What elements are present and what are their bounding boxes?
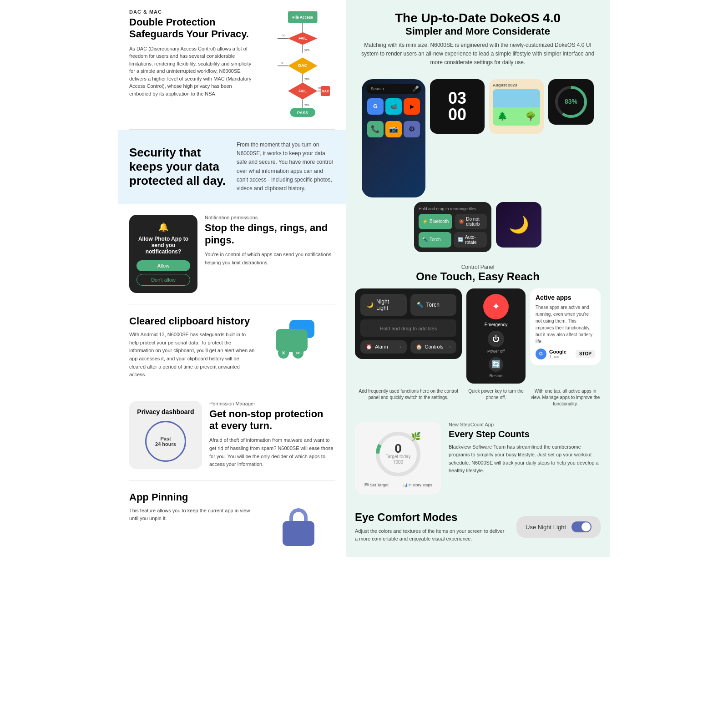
cp-panels-container: 🌙 Night Light 🔦 Torch Hold and drag to a… [355,288,601,384]
dac-flowchart: File Access FAIL no yes DAC n [262,9,335,120]
tree-icon: 🌲 [497,111,507,121]
bluetooth-tile[interactable]: ⚡ Bluetooth [419,214,452,229]
steps-leaf-icon: 🌿 [411,431,421,441]
meet-app-icon[interactable]: 📹 [385,98,402,115]
eye-title: Eye Comfort Modes [355,511,507,524]
eye-desc: Adjust the colors and textures of the it… [355,527,507,543]
svg-text:MAC: MAC [322,89,329,93]
phones-row: Search 🎤 G 📹 ▶ 📞 📷 ⚙ 03 00 [346,75,610,257]
dont-allow-button[interactable]: Don't allow [136,274,190,286]
emergency-label: Emergency [472,322,520,327]
steps-ring-container: 0 Target today 7000 🌿 [373,429,423,479]
emergency-button[interactable]: ✦ [483,294,509,319]
sleep-widget: 🌙 [496,202,541,248]
allow-button[interactable]: Allow [136,260,190,271]
restart-button[interactable]: 🔄 [489,357,503,372]
right-desc: Matching with its mini size, N6000SE is … [360,41,595,67]
alarm-tile[interactable]: ⏰ Alarm › [360,340,407,354]
clipboard-section: Cleared clipboard history With Android 1… [118,304,346,390]
search-mic-icon: 🎤 [412,86,419,92]
phone-apps-row2: 📞 📷 ⚙ [366,119,421,139]
steps-title: Every Step Counts [449,429,601,440]
notif-label: Notification permissions [205,215,335,220]
svg-text:7000: 7000 [393,460,404,465]
cp-bottom-tiles: ⏰ Alarm › 🏠 Controls › [360,340,456,354]
svg-text:PASS: PASS [297,111,308,115]
night-light-tile[interactable]: 🌙 Night Light [360,294,407,316]
history-label: History steps [409,483,432,487]
lock-shape [283,521,314,546]
svg-text:yes: yes [304,76,310,81]
clipboard-animation: ✕ ✏ [267,315,330,361]
google-app-row: G Google 1 min STOP [536,349,595,359]
right-header: The Up-to-Date DokeOS 4.0 Simpler and Mo… [346,0,610,75]
controls-tile[interactable]: 🏠 Controls › [410,340,457,354]
history-steps-button[interactable]: 📊 History steps [403,483,432,487]
power-off-button[interactable]: ⏻ [488,331,504,347]
cp-label: Control Panel [355,264,601,270]
alarm-label: Alarm [375,344,388,349]
security-title: Security that keeps your data protected … [129,146,228,188]
play-store-icon[interactable]: ▶ [404,98,420,115]
set-target-label: Set Target [370,483,389,487]
toggle-track[interactable] [571,521,592,532]
restart-label: Restart [472,374,520,378]
svg-text:File Access: File Access [293,15,313,20]
calendar-art: 🌲 🌳 [493,89,540,126]
set-target-button[interactable]: 🏁 Set Target [364,483,389,487]
torch-label: Torch [430,237,440,242]
google-app-info: Google 1 min [549,349,573,359]
torch-tile[interactable]: 🔦 Torch [419,232,451,248]
pinning-desc: This feature allows you to keep the curr… [129,507,255,523]
clipboard-title: Cleared clipboard history [129,315,255,327]
clock-mins: 00 [448,106,466,123]
google-app-icon[interactable]: G [367,98,384,115]
notif-app-text: Allow Photo App to send you notification… [136,236,190,255]
cp-caption2: Quick power key to turn the phone off. [466,388,526,407]
main-phone-screen: Search 🎤 G 📹 ▶ 📞 📷 ⚙ [362,79,425,197]
power-buttons-row: ⏻ [472,331,520,347]
stop-button[interactable]: STOP [576,350,595,358]
stepcount-section: 0 Target today 7000 🌿 🏁 Set Target 📊 His… [346,415,610,502]
torch-cp-icon: 🔦 [417,302,424,308]
active-apps-desc: These apps are active and running, even … [536,304,595,345]
rotate-icon: 🔄 [458,237,463,242]
quick-tiles-row2: 🔦 Torch 🔄 Auto-rotate [419,232,487,248]
google-app-time: 1 min [549,354,573,359]
battery-widget: 83% [548,79,594,125]
notif-desc: You're in control of which apps can send… [205,251,335,267]
security-desc: From the moment that you turn on N6000SE… [237,141,335,193]
svg-text:83%: 83% [565,98,578,105]
lock-shackle [289,508,308,522]
home-icon: 🏠 [416,344,422,350]
perm-desc: Afraid of theft of information from malw… [209,436,335,468]
camera-app-icon[interactable]: 📷 [385,121,402,137]
moon-icon: 🌙 [509,215,529,234]
autorotate-label: Auto-rotate [465,235,483,245]
cp-caption3: With one tap, all active apps in view. M… [530,388,601,407]
pinning-title: App Pinning [129,491,255,503]
privacy-card-title: Privacy dashboard [136,408,195,415]
clipboard-desc: With Android 13, N6000SE has safeguards … [129,331,255,379]
torch-cp-tile[interactable]: 🔦 Torch [410,294,457,316]
notif-title: Stop the dings, rings, and pings. [205,222,335,246]
dac-mac-section: DAC & MAC Double Protection Safeguards Y… [118,0,346,129]
bluetooth-icon: ⚡ [422,219,428,224]
app-pinning-section: App Pinning This feature allows you to k… [118,480,346,557]
dnd-tile[interactable]: 🔕 Do not disturb [455,214,487,229]
controls-chevron: › [449,344,451,349]
notification-text: Notification permissions Stop the dings,… [205,215,335,267]
clipboard-btn-1: ✕ [278,348,289,359]
phone-app-icon[interactable]: 📞 [367,121,384,137]
autorotate-tile[interactable]: 🔄 Auto-rotate [454,232,487,248]
cp-header: Control Panel One Touch, Easy Reach [355,264,601,283]
night-light-toggle[interactable]: Use Night Light [516,516,601,538]
svg-text:yes: yes [304,102,310,106]
night-light-toggle-label: Use Night Light [526,524,566,531]
torch-icon: 🔦 [422,237,428,242]
settings-app-icon[interactable]: ⚙ [404,121,420,137]
control-panel-section: Control Panel One Touch, Easy Reach 🌙 Ni… [346,257,610,415]
steps-text: New StepCount App Every Step Counts Blac… [449,422,601,475]
torch-cp-label: Torch [426,302,440,308]
alarm-chevron: › [399,344,401,349]
